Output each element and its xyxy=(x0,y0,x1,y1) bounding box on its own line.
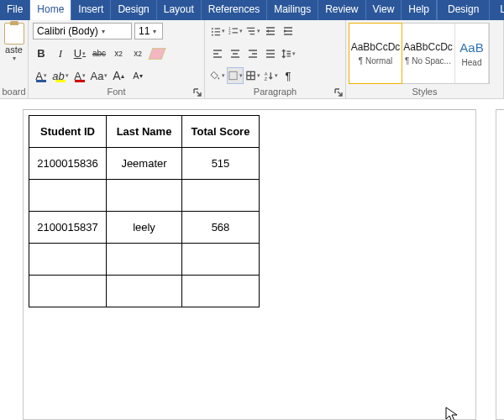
bullets-button[interactable] xyxy=(209,23,226,39)
dialog-launcher-icon[interactable] xyxy=(193,88,202,97)
align-center-button[interactable] xyxy=(227,45,244,62)
align-right-button[interactable] xyxy=(244,45,261,62)
tab-mailings[interactable]: Mailings xyxy=(267,0,318,20)
header-total-score[interactable]: Total Score xyxy=(182,116,260,148)
table-header-row[interactable]: Student ID Last Name Total Score xyxy=(29,116,260,148)
style-normal[interactable]: AaBbCcDc ¶ Normal xyxy=(349,23,402,84)
chevron-down-icon: ▾ xyxy=(153,28,156,35)
svg-point-3 xyxy=(212,34,213,36)
shading-color-button[interactable] xyxy=(227,67,244,84)
shrink-font-button[interactable]: A▾ xyxy=(129,67,146,84)
clear-formatting-button[interactable] xyxy=(149,45,165,62)
chevron-down-icon[interactable]: ▾ xyxy=(13,55,16,62)
header-last-name[interactable]: Last Name xyxy=(107,116,182,148)
document-area[interactable]: Student ID Last Name Total Score 2100015… xyxy=(0,99,504,420)
svg-point-2 xyxy=(212,31,213,33)
subscript-button[interactable]: x2 xyxy=(110,45,127,62)
tooltab-layout[interactable]: Layout xyxy=(489,0,504,20)
superscript-button[interactable]: x2 xyxy=(129,45,146,62)
group-styles: AaBbCcDc ¶ Normal AaBbCcDc ¶ No Spac... … xyxy=(346,20,504,98)
multilevel-list-button[interactable] xyxy=(244,23,261,39)
italic-button[interactable]: I xyxy=(52,45,69,62)
show-marks-button[interactable]: ¶ xyxy=(280,67,297,84)
group-paragraph: 12 AZ ¶ Paragraph xyxy=(205,20,346,98)
ribbon: aste ▾ board Calibri (Body)▾ 11▾ B I U a… xyxy=(0,20,504,99)
svg-rect-6 xyxy=(229,71,237,79)
page[interactable]: Student ID Last Name Total Score 2100015… xyxy=(23,109,476,420)
tab-insert[interactable]: Insert xyxy=(71,0,111,20)
menu-bar: File Home Insert Design Layout Reference… xyxy=(0,0,504,20)
student-table[interactable]: Student ID Last Name Total Score 2100015… xyxy=(29,115,260,307)
tab-home[interactable]: Home xyxy=(30,0,71,20)
style-heading[interactable]: AaB Head xyxy=(455,24,489,83)
table-row[interactable] xyxy=(29,276,260,307)
underline-button[interactable]: U xyxy=(71,45,88,62)
justify-button[interactable] xyxy=(262,45,279,62)
align-left-button[interactable] xyxy=(209,45,226,62)
tooltab-design[interactable]: Design xyxy=(437,0,489,20)
chevron-down-icon: ▾ xyxy=(102,28,105,35)
font-name-value: Calibri (Body) xyxy=(37,25,98,37)
borders-button[interactable] xyxy=(244,67,261,84)
table-row[interactable] xyxy=(29,180,260,212)
tab-help[interactable]: Help xyxy=(402,0,437,20)
numbering-button[interactable]: 12 xyxy=(227,23,244,39)
eraser-icon xyxy=(148,48,165,60)
tab-review[interactable]: Review xyxy=(318,0,365,20)
decrease-indent-button[interactable] xyxy=(262,23,279,39)
increase-indent-button[interactable] xyxy=(280,23,297,39)
svg-text:2: 2 xyxy=(228,31,231,35)
table-row[interactable]: 2100015837leely568 xyxy=(29,212,260,244)
clipboard-icon xyxy=(4,23,24,45)
paste-button[interactable]: aste ▾ xyxy=(3,23,26,62)
dialog-launcher-icon[interactable] xyxy=(334,88,343,97)
grow-font-button[interactable]: A▴ xyxy=(110,67,127,84)
strikethrough-button[interactable]: abc xyxy=(91,45,108,62)
font-size-combo[interactable]: 11▾ xyxy=(134,23,163,39)
paste-label: aste xyxy=(5,45,23,55)
shading-fill-button[interactable] xyxy=(209,67,226,84)
svg-text:Z: Z xyxy=(265,76,268,81)
header-student-id[interactable]: Student ID xyxy=(29,116,107,148)
line-spacing-button[interactable] xyxy=(280,45,297,62)
font-name-combo[interactable]: Calibri (Body)▾ xyxy=(33,23,132,39)
style-no-spacing[interactable]: AaBbCcDc ¶ No Spac... xyxy=(402,24,455,83)
group-label-paragraph: Paragraph xyxy=(205,87,345,98)
text-effects-button[interactable]: A xyxy=(33,67,50,84)
tab-file[interactable]: File xyxy=(0,0,30,20)
table-row[interactable]: 2100015836Jeemater515 xyxy=(29,148,260,180)
tab-layout[interactable]: Layout xyxy=(157,0,202,20)
tab-view[interactable]: View xyxy=(366,0,402,20)
tab-design[interactable]: Design xyxy=(111,0,156,20)
group-label-styles: Styles xyxy=(346,87,503,98)
page-next[interactable] xyxy=(496,109,504,420)
group-font: Calibri (Body)▾ 11▾ B I U abc x2 x2 A ab… xyxy=(29,20,205,98)
group-clipboard: aste ▾ board xyxy=(0,20,29,98)
mouse-cursor-icon xyxy=(445,407,459,420)
group-label-font: Font xyxy=(29,87,204,98)
group-label-clipboard: board xyxy=(0,87,28,98)
highlight-button[interactable]: ab xyxy=(52,67,69,84)
sort-button[interactable]: AZ xyxy=(262,67,279,84)
styles-gallery[interactable]: AaBbCcDc ¶ Normal AaBbCcDc ¶ No Spac... … xyxy=(349,23,490,84)
font-color-button[interactable]: A xyxy=(71,67,88,84)
change-case-button[interactable]: Aa xyxy=(91,67,108,84)
table-row[interactable] xyxy=(29,244,260,276)
font-size-value: 11 xyxy=(139,25,150,37)
svg-point-1 xyxy=(212,28,213,29)
bold-button[interactable]: B xyxy=(33,45,50,62)
tab-references[interactable]: References xyxy=(202,0,267,20)
